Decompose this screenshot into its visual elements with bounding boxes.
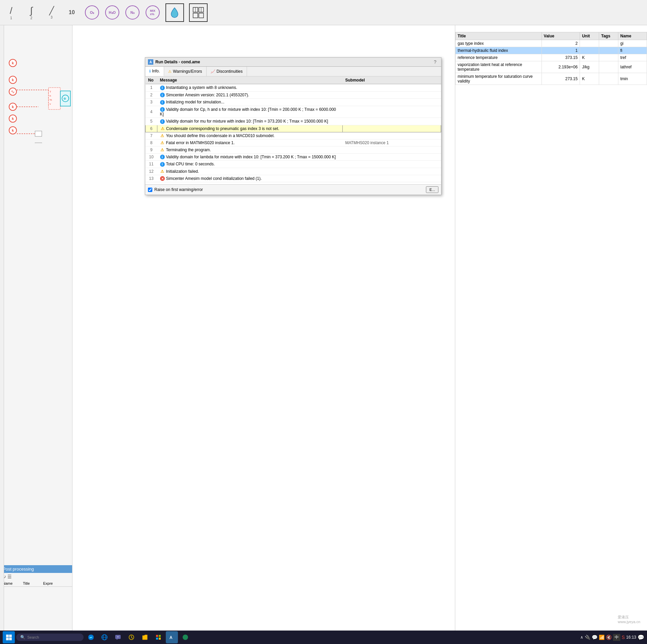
settings-icon[interactable]: ☰	[7, 574, 12, 579]
volume-icon: 🔇	[606, 635, 612, 640]
mix-component[interactable]: MIXx%	[144, 3, 161, 22]
message-row[interactable]: 5 iValidity domain for mu for mixture wi…	[146, 118, 441, 125]
tab-discontinuities[interactable]: 📈 Discontinuities	[207, 67, 247, 76]
msg-no: 2	[146, 91, 157, 99]
message-row[interactable]: 1 iInstantiating a system with 8 unknown…	[146, 84, 441, 92]
message-row[interactable]: 8 ⚠Fatal error in MATMHS020 instance 1. …	[146, 139, 441, 146]
msg-submodel	[343, 125, 441, 132]
param-name: fi	[618, 47, 647, 54]
svg-text:v: v	[50, 102, 51, 105]
component-4[interactable]: 10	[63, 3, 80, 22]
chevron-up-icon[interactable]: ∧	[580, 635, 583, 640]
param-row[interactable]: reference temperature 373.15 K tref	[456, 54, 647, 61]
watermark-line1: 爱液压	[618, 615, 640, 620]
taskbar-store-icon[interactable]	[152, 631, 164, 643]
component-2[interactable]: ∫ 2	[23, 3, 40, 22]
msg-text: iSimcenter Amesim version: 2021.1 (45532…	[157, 91, 343, 99]
col-unit-header: Unit	[580, 32, 599, 40]
search-bar[interactable]: 🔍 Search	[16, 634, 84, 641]
time-display: 16:13	[626, 635, 636, 640]
warning-icon: ⚠	[160, 126, 165, 131]
message-row[interactable]: 3 iInitializing model for simulation...	[146, 99, 441, 106]
msg-no: 6	[146, 125, 157, 132]
taskbar-history-icon[interactable]	[125, 631, 137, 643]
msg-no: 8	[146, 139, 157, 146]
circuit-diagram: k k ∿ k k k	[0, 25, 72, 631]
svg-rect-37	[156, 638, 158, 640]
taskbar-edge-icon[interactable]	[85, 631, 97, 643]
n2-component[interactable]: N₂	[124, 3, 141, 22]
main-content: k k ∿ k k k	[0, 25, 647, 631]
dialog-close-btn[interactable]: ?	[432, 59, 438, 65]
taskbar-amesim-icon[interactable]: A	[166, 631, 178, 643]
taskbar: 🔍 Search T	[0, 631, 647, 644]
start-button[interactable]	[3, 631, 15, 643]
right-panel: Title Value Unit Tags Name gas type inde…	[455, 25, 647, 631]
message-row[interactable]: 4 iValidity domain for Cp, h and s for m…	[146, 106, 441, 118]
dialog-tabs: ℹ Info. ⚠ Warnings/Errors 📈 Discontinuit…	[145, 67, 441, 76]
warning-icon: ⚠	[160, 169, 165, 174]
language-indicator[interactable]: 中	[613, 634, 620, 641]
o2-component[interactable]: O₂	[84, 3, 100, 22]
ime-icon: S	[622, 635, 625, 640]
param-row[interactable]: vaporization latent heat at reference te…	[456, 61, 647, 73]
msg-submodel	[343, 168, 441, 175]
param-row[interactable]: minimum temperature for saturation curve…	[456, 73, 647, 85]
chat-tray-icon: 💬	[592, 635, 597, 640]
param-title: gas type index	[456, 40, 542, 47]
param-row[interactable]: thermal-hydraulic fluid index 1 fi	[456, 47, 647, 54]
col-name-header: Name	[618, 32, 647, 40]
msg-no: 9	[146, 146, 157, 153]
warning-icon: ⚠	[160, 148, 165, 152]
taskbar-chat-icon[interactable]: T	[112, 631, 124, 643]
top-scroll-area	[455, 25, 459, 32]
message-row[interactable]: 6 ⚠Condensate corresponding to pneumatic…	[146, 125, 441, 132]
raise-warning-checkbox[interactable]	[148, 188, 152, 192]
post-processing-section: ◀ Post processing ↻ ☰ Name Title Expre	[0, 565, 72, 587]
message-row[interactable]: 2 iSimcenter Amesim version: 2021.1 (455…	[146, 91, 441, 99]
svg-text:A: A	[170, 635, 173, 640]
info-icon: i	[160, 119, 165, 124]
svg-rect-36	[159, 635, 161, 637]
message-row[interactable]: 11 iTotal CPU time: 0 seconds.	[146, 161, 441, 168]
grid-icon	[189, 3, 208, 22]
message-row[interactable]: 7 ⚠You should define this condensate in …	[146, 132, 441, 139]
msg-text: iInitializing model for simulation...	[157, 99, 343, 106]
param-unit: K	[580, 73, 599, 85]
message-row[interactable]: 12 ⚠Initialization failed.	[146, 168, 441, 175]
grid-component[interactable]	[188, 2, 208, 23]
msg-submodel	[343, 161, 441, 168]
svg-text:T: T	[50, 90, 51, 93]
dialog-titlebar: A Run Details - cond.ame ?	[145, 58, 441, 67]
message-row[interactable]: 10 iValidity domain for lambda for mixtu…	[146, 153, 441, 161]
taskbar-browser-icon[interactable]	[98, 631, 111, 643]
param-value: 2.193e+06	[542, 61, 580, 73]
message-row[interactable]: 9 ⚠Terminating the program.	[146, 146, 441, 153]
tab-warnings[interactable]: ⚠ Warnings/Errors	[164, 67, 206, 76]
notification-icon[interactable]: 💬	[638, 634, 644, 641]
water-drop-component[interactable]	[164, 2, 185, 23]
expand-button[interactable]: E...	[426, 186, 438, 193]
info-icon: i	[160, 107, 165, 112]
h2o-component[interactable]: H₂O	[104, 3, 121, 22]
taskbar-app2-icon[interactable]	[179, 631, 191, 643]
col-submodel: Submodel	[343, 76, 441, 84]
component-1[interactable]: / 1	[3, 3, 20, 22]
message-row[interactable]: 13 ✕Simcenter Amesim model cond initiali…	[146, 175, 441, 182]
param-value: 2	[542, 40, 580, 47]
taskbar-files-icon[interactable]	[139, 631, 151, 643]
warning-icon: ⚠	[160, 140, 165, 145]
param-row[interactable]: gas type index 2 gi	[456, 40, 647, 47]
warning-tab-icon: ⚠	[168, 69, 172, 74]
tab-warnings-label: Warnings/Errors	[173, 69, 202, 74]
left-scrollbar	[0, 25, 4, 631]
disc-tab-icon: 📈	[211, 69, 215, 74]
warning-icon: ⚠	[160, 133, 165, 138]
messages-container[interactable]: No Message Submodel 1 iInstantiating a s…	[145, 76, 441, 184]
tab-info[interactable]: ℹ Info.	[145, 67, 164, 76]
system-tray: ∧ 🔌 💬 📶 🔇 中 S 16:13 💬	[580, 634, 644, 641]
tab-info-label: Info.	[152, 69, 160, 73]
component-3[interactable]: ╱ 3	[43, 3, 60, 22]
n2-icon: N₂	[125, 5, 140, 20]
param-unit: J/kg	[580, 61, 599, 73]
